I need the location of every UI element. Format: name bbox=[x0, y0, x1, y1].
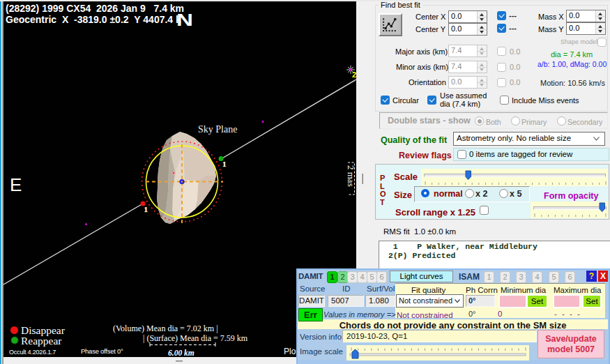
svg-text:Phase offset 0°: Phase offset 0° bbox=[81, 347, 123, 355]
svg-text:(Volume) Mean dia = 7.02 km |: (Volume) Mean dia = 7.02 km | bbox=[113, 324, 218, 333]
svg-text:(28292) 1999 CX54 2026 Jan 9: (28292) 1999 CX54 2026 Jan 9 7.4 km bbox=[6, 3, 184, 14]
svg-text:N: N bbox=[176, 11, 193, 29]
svg-text:Reappear: Reappear bbox=[21, 335, 62, 347]
svg-text:| (Surface) Mean dia = 7.59 km: | (Surface) Mean dia = 7.59 km bbox=[143, 333, 248, 343]
svg-text:Sky Plane: Sky Plane bbox=[198, 124, 237, 135]
svg-text:1: 1 bbox=[144, 205, 148, 213]
svg-text:Geocentric X -3819.0 ±0.2 Y: Geocentric X -3819.0 ±0.2 Y 4407.4 k bbox=[6, 14, 181, 25]
svg-text:Occult 4.2026.1.7: Occult 4.2026.1.7 bbox=[9, 349, 56, 356]
svg-text:6.00 km: 6.00 km bbox=[168, 349, 195, 357]
svg-text:2: 2 bbox=[352, 70, 356, 79]
svg-text:E: E bbox=[10, 174, 22, 195]
svg-text:Plo: Plo bbox=[284, 347, 296, 356]
svg-text:1: 1 bbox=[222, 160, 227, 168]
